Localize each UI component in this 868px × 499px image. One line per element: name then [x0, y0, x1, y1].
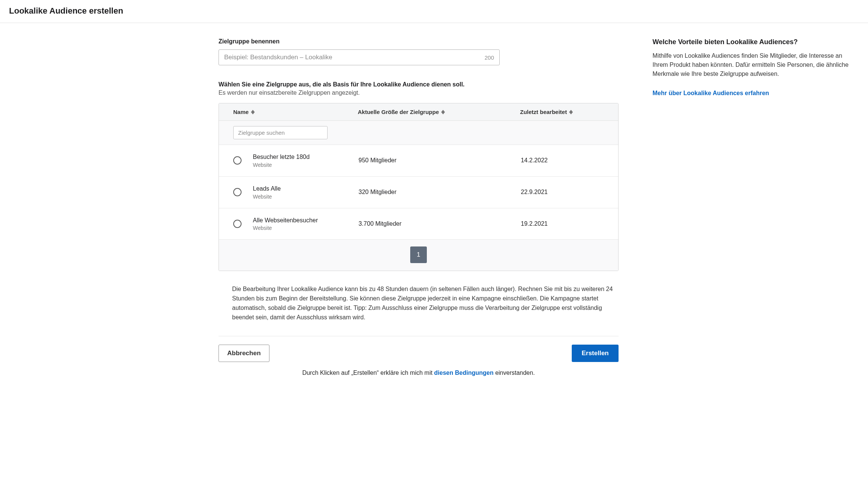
pagination: 1 — [219, 240, 618, 271]
row-type: Website — [253, 225, 359, 231]
table-row[interactable]: Besucher letzte 180d Website 950 Mitglie… — [219, 145, 618, 177]
side-title: Welche Vorteile bieten Lookalike Audienc… — [653, 38, 859, 46]
char-count: 200 — [485, 54, 494, 61]
svg-marker-3 — [441, 112, 445, 114]
side-column: Welche Vorteile bieten Lookalike Audienc… — [653, 38, 859, 376]
cancel-button[interactable]: Abbrechen — [219, 345, 269, 362]
audience-name-input[interactable] — [224, 54, 485, 61]
svg-marker-5 — [569, 112, 573, 114]
row-type: Website — [253, 162, 359, 168]
audience-table: Name Aktuelle Größe der Zielgruppe Zulet… — [219, 103, 619, 271]
terms-post: einverstanden. — [494, 370, 535, 376]
selection-heading: Wählen Sie eine Zielgruppe aus, die als … — [219, 81, 619, 88]
terms-pre: Durch Klicken auf „Erstellen“ erkläre ic… — [302, 370, 434, 376]
row-size: 320 Mitglieder — [359, 189, 521, 196]
col-header-size-text: Aktuelle Größe der Zielgruppe — [358, 109, 439, 115]
col-header-date[interactable]: Zuletzt bearbeitet — [520, 109, 599, 115]
row-size: 3.700 Mitglieder — [359, 220, 521, 227]
table-row[interactable]: Leads Alle Website 320 Mitglieder 22.9.2… — [219, 177, 618, 208]
row-type: Website — [253, 194, 359, 200]
actions-row: Abbrechen Erstellen — [219, 345, 619, 362]
terms-link[interactable]: diesen Bedingungen — [434, 370, 493, 376]
row-date: 19.2.2021 — [521, 220, 600, 227]
name-field-label: Zielgruppe benennen — [219, 38, 619, 45]
page-body: Zielgruppe benennen 200 Wählen Sie eine … — [0, 23, 868, 391]
row-name: Alle Webseitenbesucher — [253, 217, 359, 225]
table-head: Name Aktuelle Größe der Zielgruppe Zulet… — [219, 103, 618, 121]
page-header: Lookalike Audience erstellen — [0, 0, 868, 23]
name-input-wrap[interactable]: 200 — [219, 49, 500, 65]
info-text: Die Bearbeitung Ihrer Lookalike Audience… — [219, 285, 619, 322]
row-radio[interactable] — [233, 188, 242, 196]
row-name-cell: Besucher letzte 180d Website — [253, 153, 359, 168]
learn-more-link[interactable]: Mehr über Lookalike Audiences erfahren — [653, 90, 769, 96]
row-name: Besucher letzte 180d — [253, 153, 359, 161]
page-number-current[interactable]: 1 — [410, 246, 427, 263]
row-name-cell: Leads Alle Website — [253, 185, 359, 200]
page-title: Lookalike Audience erstellen — [9, 6, 859, 16]
sort-icon — [251, 110, 255, 114]
terms-text: Durch Klicken auf „Erstellen“ erkläre ic… — [219, 370, 619, 376]
row-date: 14.2.2022 — [521, 157, 600, 164]
col-header-date-text: Zuletzt bearbeitet — [520, 109, 567, 115]
row-radio[interactable] — [233, 220, 242, 228]
side-text: Mithilfe von Lookalike Audiences finden … — [653, 51, 859, 79]
row-date: 22.9.2021 — [521, 189, 600, 196]
row-name-cell: Alle Webseitenbesucher Website — [253, 217, 359, 231]
table-row[interactable]: Alle Webseitenbesucher Website 3.700 Mit… — [219, 208, 618, 240]
divider — [219, 336, 619, 336]
col-header-name-text: Name — [233, 109, 249, 115]
col-header-name[interactable]: Name — [233, 109, 358, 115]
table-search-row — [219, 121, 618, 145]
row-name: Leads Alle — [253, 185, 359, 193]
row-radio[interactable] — [233, 156, 242, 165]
row-size: 950 Mitglieder — [359, 157, 521, 164]
sort-icon — [569, 110, 573, 114]
audience-search-input[interactable] — [233, 126, 328, 139]
col-header-size[interactable]: Aktuelle Größe der Zielgruppe — [358, 109, 520, 115]
main-column: Zielgruppe benennen 200 Wählen Sie eine … — [219, 38, 619, 376]
svg-marker-1 — [251, 112, 255, 114]
selection-subheading: Es werden nur einsatzbereite Zielgruppen… — [219, 89, 619, 96]
create-button[interactable]: Erstellen — [572, 345, 619, 362]
sort-icon — [441, 110, 445, 114]
